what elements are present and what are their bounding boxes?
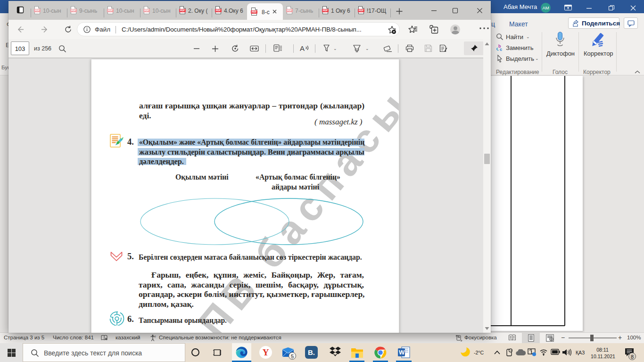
svg-text:A: A [300,44,305,52]
svg-text:?: ? [154,335,156,338]
svg-text:W: W [399,349,405,356]
svg-text:c: c [500,47,502,52]
